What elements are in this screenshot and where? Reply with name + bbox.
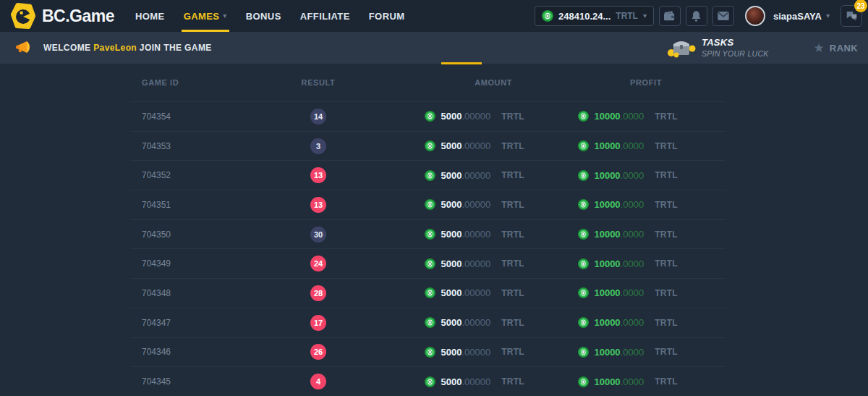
table-row[interactable]: 704354 14 5000.00000 TRTL [130, 102, 726, 132]
profit-dec: .0000 [621, 347, 644, 358]
profit-int: 10000 [594, 229, 620, 240]
profit-dec: .0000 [621, 287, 644, 298]
header-amount: AMOUNT [369, 78, 557, 87]
nav-bonus[interactable]: BONUS [237, 0, 291, 32]
amount-int: 5000 [441, 317, 461, 328]
trtl-coin-icon [578, 376, 589, 387]
amount-int: 5000 [441, 258, 461, 269]
table-row[interactable]: 704348 28 5000.00000 TRTL [130, 279, 726, 308]
profit-dec: .0000 [621, 258, 644, 269]
table-body: 704354 14 5000.00000 TRTL [130, 102, 726, 396]
nav-games[interactable]: GAMES ▾ [174, 0, 237, 32]
wallet-icon [663, 11, 676, 22]
balance-selector[interactable]: 248410.24... TRTL ▾ [535, 6, 654, 26]
profit-int: 10000 [594, 170, 620, 181]
game-id: 704346 [130, 347, 268, 357]
welcome-message: WELCOME PaveLeon JOIN THE GAME [14, 40, 212, 56]
amount-dec: .00000 [461, 199, 490, 210]
table-row[interactable]: 704345 4 5000.00000 TRTL [130, 367, 726, 396]
amount-int: 5000 [441, 170, 461, 181]
profit-dec: .0000 [621, 170, 644, 181]
amount-dec: .00000 [461, 287, 490, 298]
amount-dec: .00000 [461, 170, 490, 181]
currency-label: TRTL [501, 376, 524, 387]
currency-label: TRTL [501, 200, 524, 210]
brand-logo[interactable]: BC.Game [10, 0, 114, 32]
profit-int: 10000 [594, 111, 620, 122]
chevron-down-icon: ▾ [826, 12, 830, 20]
currency-label: TRTL [655, 347, 678, 357]
bell-icon [691, 10, 702, 22]
profit-dec: .0000 [621, 317, 644, 328]
result-badge: 26 [310, 344, 326, 360]
table-row[interactable]: 704351 13 5000.00000 TRTL [130, 190, 726, 220]
profit-dec: .0000 [621, 111, 644, 122]
currency-label: TRTL [501, 347, 524, 357]
brand-name: BC.Game [42, 7, 114, 26]
currency-label: TRTL [501, 318, 524, 328]
result-badge: 14 [310, 109, 326, 125]
table-row[interactable]: 704350 30 5000.00000 TRTL [130, 220, 726, 250]
trtl-coin-icon [425, 347, 435, 358]
table-row[interactable]: 704349 24 5000.00000 TRTL [130, 249, 726, 279]
table-row[interactable]: 704347 17 5000.00000 TRTL [130, 308, 726, 338]
tasks-widget[interactable]: TASKS SPIN YOUR LUCK [667, 37, 769, 59]
amount-dec: .00000 [461, 229, 490, 240]
profit-int: 10000 [594, 287, 620, 298]
game-id: 704348 [130, 288, 268, 298]
username-label: siapaSAYA [773, 11, 822, 22]
currency-label: TRTL [501, 141, 524, 151]
megaphone-icon [14, 40, 32, 56]
currency-label: TRTL [501, 111, 524, 122]
amount-int: 5000 [441, 229, 461, 240]
chat-button[interactable]: 23 [841, 5, 862, 27]
amount-dec: .00000 [461, 140, 490, 151]
nav-affiliate[interactable]: AFFILIATE [291, 0, 359, 32]
trtl-coin-icon [425, 140, 435, 151]
rank-widget[interactable]: ★ RANK [814, 42, 858, 54]
nav-forum[interactable]: FORUM [359, 0, 414, 32]
user-menu[interactable]: siapaSAYA ▾ [773, 11, 830, 22]
currency-label: TRTL [501, 229, 524, 240]
bets-table: GAME ID RESULT AMOUNT PROFIT 704354 14 5… [130, 64, 726, 396]
user-avatar[interactable] [745, 6, 765, 26]
result-badge: 4 [310, 374, 326, 389]
messages-button[interactable] [712, 6, 734, 26]
chat-unread-badge: 23 [854, 0, 867, 12]
table-row[interactable]: 704346 26 5000.00000 TRTL [130, 338, 726, 368]
profit-int: 10000 [594, 258, 620, 269]
balance-value: 248410.24... [558, 11, 610, 22]
amount-dec: .00000 [461, 111, 490, 122]
currency-label: TRTL [655, 141, 678, 151]
nav-home[interactable]: HOME [126, 0, 174, 32]
wallet-button[interactable] [659, 6, 681, 26]
currency-label: TRTL [655, 200, 678, 210]
chevron-down-icon: ▾ [223, 12, 226, 20]
game-id: 704350 [130, 229, 268, 240]
bcgame-logo-icon [10, 2, 36, 30]
amount-int: 5000 [441, 347, 461, 358]
trtl-coin-icon [425, 199, 435, 210]
currency-label: TRTL [501, 258, 524, 269]
welcome-username: PaveLeon [93, 43, 137, 53]
main-content: GAME ID RESULT AMOUNT PROFIT 704354 14 5… [0, 64, 868, 396]
trtl-coin-icon [578, 317, 589, 328]
amount-dec: .00000 [461, 376, 490, 387]
currency-label: TRTL [501, 170, 524, 180]
tasks-subtitle: SPIN YOUR LUCK [702, 49, 769, 59]
profit-int: 10000 [594, 317, 620, 328]
table-row[interactable]: 704352 13 5000.00000 TRTL [130, 161, 726, 190]
trtl-coin-icon [425, 229, 435, 240]
welcome-banner: WELCOME PaveLeon JOIN THE GAME TASKS SPI… [0, 32, 868, 64]
game-id: 704347 [130, 318, 268, 328]
notifications-button[interactable] [686, 6, 707, 26]
amount-int: 5000 [441, 287, 461, 298]
profit-int: 10000 [594, 199, 620, 210]
result-badge: 30 [310, 227, 326, 243]
table-row[interactable]: 704353 3 5000.00000 TRTL [130, 132, 726, 161]
game-id: 704352 [130, 170, 268, 180]
amount-int: 5000 [441, 140, 461, 151]
profit-dec: .0000 [621, 376, 644, 387]
chevron-down-icon: ▾ [643, 12, 647, 20]
amount-int: 5000 [441, 376, 461, 387]
